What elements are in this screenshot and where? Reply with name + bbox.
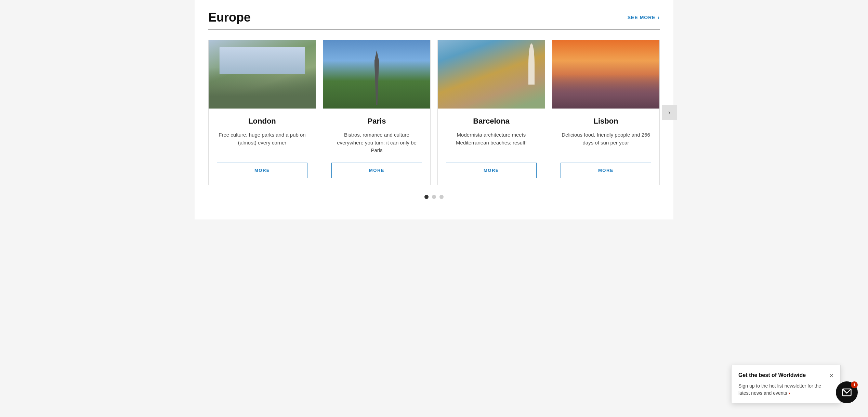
popup-body-text: Sign up to the hot list newsletter for t…	[738, 383, 821, 396]
paris-card-body: Paris Bistros, romance and culture every…	[323, 109, 430, 185]
newsletter-popup: Get the best of Worldwide × Sign up to t…	[731, 365, 841, 403]
london-card-body: London Free culture, huge parks and a pu…	[209, 109, 316, 185]
popup-link[interactable]: ›	[788, 390, 790, 396]
next-carousel-button[interactable]: ›	[662, 105, 677, 120]
message-icon-button[interactable]: 1	[836, 381, 858, 403]
popup-close-button[interactable]: ×	[829, 372, 833, 379]
see-more-link[interactable]: SEE MORE ›	[628, 14, 660, 21]
paris-city-name: Paris	[368, 117, 386, 126]
card-barcelona: Barcelona Modernista architecture meets …	[437, 40, 545, 185]
barcelona-description: Modernista architecture meets Mediterran…	[446, 131, 537, 154]
lisbon-more-button[interactable]: MORE	[561, 163, 651, 178]
dot-3[interactable]	[439, 195, 444, 199]
lisbon-card-body: Lisbon Delicious food, friendly people a…	[552, 109, 659, 185]
section-title: Europe	[208, 10, 251, 25]
popup-header: Get the best of Worldwide ×	[738, 372, 833, 379]
paris-description: Bistros, romance and culture everywhere …	[331, 131, 422, 154]
london-city-name: London	[248, 117, 276, 126]
carousel-dots	[208, 195, 660, 199]
barcelona-card-body: Barcelona Modernista architecture meets …	[438, 109, 545, 185]
lisbon-city-name: Lisbon	[593, 117, 618, 126]
london-description: Free culture, huge parks and a pub on (a…	[217, 131, 307, 154]
popup-title: Get the best of Worldwide	[738, 372, 806, 378]
chevron-icon: ›	[658, 14, 660, 21]
barcelona-city-name: Barcelona	[473, 117, 509, 126]
card-lisbon: Lisbon Delicious food, friendly people a…	[552, 40, 660, 185]
card-london: London Free culture, huge parks and a pu…	[208, 40, 316, 185]
dot-1[interactable]	[424, 195, 429, 199]
lisbon-image	[552, 40, 659, 109]
popup-body: Sign up to the hot list newsletter for t…	[738, 382, 833, 397]
see-more-label: SEE MORE	[628, 15, 656, 20]
envelope-icon	[842, 387, 852, 397]
paris-more-button[interactable]: MORE	[331, 163, 422, 178]
lisbon-description: Delicious food, friendly people and 266 …	[561, 131, 651, 154]
london-more-button[interactable]: MORE	[217, 163, 307, 178]
barcelona-more-button[interactable]: MORE	[446, 163, 537, 178]
dot-2[interactable]	[432, 195, 436, 199]
barcelona-image	[438, 40, 545, 109]
paris-image	[323, 40, 430, 109]
card-paris: Paris Bistros, romance and culture every…	[323, 40, 431, 185]
cards-container: London Free culture, huge parks and a pu…	[208, 40, 660, 185]
london-image	[209, 40, 316, 109]
message-badge: 1	[851, 381, 858, 388]
section-header: Europe SEE MORE ›	[208, 10, 660, 29]
